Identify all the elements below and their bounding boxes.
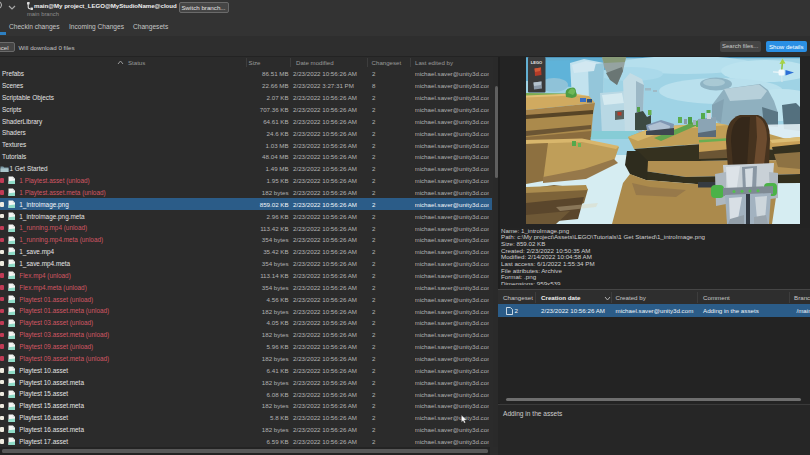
- svg-text:LEGO: LEGO: [531, 59, 542, 64]
